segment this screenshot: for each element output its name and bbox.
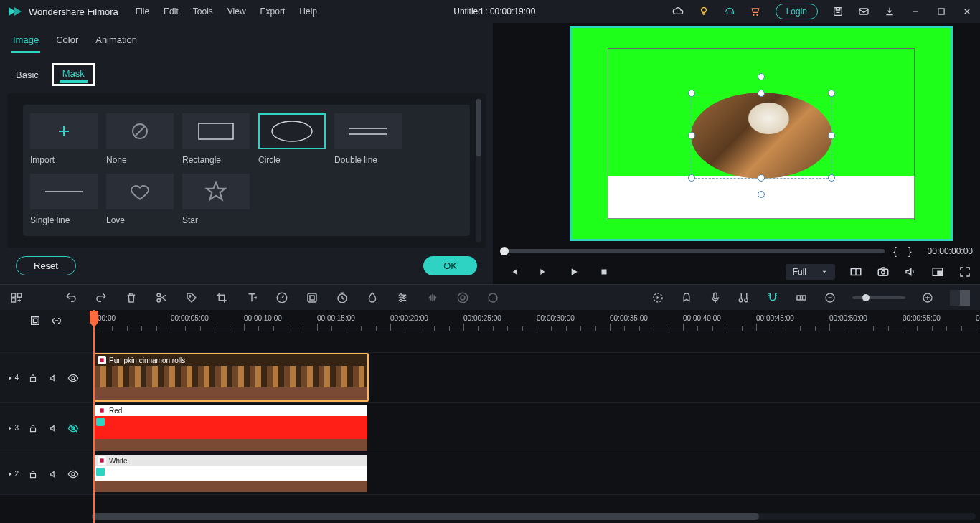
track-video-icon[interactable]: 3 — [7, 423, 19, 434]
resize-handle[interactable] — [688, 174, 695, 182]
zoom-in-icon[interactable] — [921, 291, 934, 304]
motion-icon[interactable] — [486, 291, 499, 304]
bottom-handle[interactable] — [758, 191, 765, 198]
cloud-icon[interactable] — [672, 6, 684, 17]
timeline-h-scrollbar-thumb[interactable] — [92, 513, 759, 520]
pip-icon[interactable] — [931, 265, 944, 278]
next-frame-icon[interactable] — [537, 265, 550, 278]
audio-mixer-icon[interactable] — [738, 291, 750, 304]
visibility-off-icon[interactable] — [67, 423, 79, 434]
preview-frame[interactable] — [570, 26, 953, 241]
zoom-out-icon[interactable] — [824, 291, 837, 304]
duration-icon[interactable] — [336, 291, 349, 304]
headset-icon[interactable] — [724, 6, 735, 17]
tab-image[interactable]: Image — [11, 32, 40, 53]
track-3-body[interactable]: Red — [92, 403, 980, 453]
resize-handle[interactable] — [828, 132, 835, 139]
mask-love[interactable]: Love — [106, 174, 174, 225]
magnet-icon[interactable] — [766, 291, 779, 304]
ok-button[interactable]: OK — [423, 256, 477, 275]
link-tracks-icon[interactable] — [51, 315, 62, 326]
audio-icon[interactable] — [426, 291, 439, 304]
mark-out-icon[interactable]: } — [905, 245, 915, 257]
seek-track[interactable] — [500, 249, 885, 253]
zoom-slider[interactable] — [852, 296, 905, 299]
lock-icon[interactable] — [27, 468, 39, 480]
crop-icon[interactable] — [215, 291, 228, 304]
delete-icon[interactable] — [125, 291, 138, 304]
menu-help[interactable]: Help — [299, 6, 317, 17]
subtab-mask[interactable]: Mask — [60, 67, 88, 83]
stop-icon[interactable] — [598, 265, 611, 278]
subtab-basic[interactable]: Basic — [13, 68, 42, 82]
voiceover-icon[interactable] — [709, 291, 722, 304]
menu-file[interactable]: File — [136, 6, 149, 17]
playhead-flag[interactable] — [89, 310, 99, 329]
menu-view[interactable]: View — [227, 6, 246, 17]
mask-star[interactable]: Star — [182, 174, 250, 225]
preview-canvas[interactable] — [545, 26, 977, 241]
resize-handle[interactable] — [688, 90, 695, 97]
preview-quality-dropdown[interactable]: Full — [786, 264, 835, 280]
playhead[interactable] — [93, 310, 95, 523]
track-video-icon[interactable]: 4 — [7, 372, 19, 384]
tag-icon[interactable] — [185, 291, 198, 304]
lightbulb-icon[interactable] — [698, 6, 710, 17]
keyframe-icon[interactable] — [456, 291, 469, 304]
mask-double-line[interactable]: Double line — [334, 113, 402, 165]
save-icon[interactable] — [832, 6, 844, 17]
clip-red[interactable]: Red — [93, 403, 369, 452]
mute-icon[interactable] — [47, 372, 59, 384]
seek-knob[interactable] — [500, 247, 509, 255]
tab-animation[interactable]: Animation — [94, 32, 138, 53]
mask-single-line[interactable]: Single line — [30, 174, 98, 225]
prev-frame-icon[interactable] — [507, 265, 520, 278]
download-icon[interactable] — [884, 6, 895, 17]
login-button[interactable]: Login — [776, 4, 818, 19]
resize-handle[interactable] — [828, 90, 835, 97]
track-2-body[interactable]: White — [92, 453, 980, 494]
visibility-icon[interactable] — [67, 372, 79, 384]
rotate-handle[interactable] — [758, 73, 765, 80]
mask-panel-scrollbar[interactable] — [476, 99, 481, 242]
mask-circle[interactable]: Circle — [258, 113, 326, 165]
tab-color[interactable]: Color — [55, 32, 80, 53]
resize-handle[interactable] — [828, 174, 835, 182]
add-track-icon[interactable] — [10, 291, 23, 304]
timeline-view-toggle[interactable] — [950, 290, 970, 306]
mark-in-icon[interactable]: { — [890, 245, 900, 257]
fullscreen-icon[interactable] — [958, 265, 971, 278]
track-video-icon[interactable]: 2 — [7, 468, 19, 480]
color-icon[interactable] — [306, 291, 319, 304]
lock-icon[interactable] — [27, 423, 39, 434]
clip-effect-chip[interactable] — [96, 468, 105, 476]
visibility-icon[interactable] — [67, 468, 79, 480]
resize-handle[interactable] — [688, 132, 695, 139]
play-icon[interactable] — [567, 265, 580, 278]
mask-rectangle[interactable]: Rectangle — [182, 113, 250, 165]
render-icon[interactable] — [651, 291, 664, 304]
zoom-slider-knob[interactable] — [862, 294, 870, 301]
timeline-ruler[interactable]: 00:0000:00:05:0000:00:10:0000:00:15:0000… — [92, 310, 980, 331]
redo-icon[interactable] — [95, 291, 108, 304]
greenscreen-icon[interactable] — [366, 291, 379, 304]
maximize-icon[interactable] — [936, 6, 947, 17]
reset-button[interactable]: Reset — [16, 256, 76, 275]
track-4-body[interactable]: Pumpkin cinnamon rolls — [92, 353, 980, 402]
close-icon[interactable] — [961, 6, 973, 17]
menu-tools[interactable]: Tools — [193, 6, 213, 17]
adjust-icon[interactable] — [396, 291, 409, 304]
marker-icon[interactable] — [680, 291, 693, 304]
auto-ripple-icon[interactable] — [29, 315, 41, 326]
compare-icon[interactable] — [849, 265, 862, 278]
speed-icon[interactable] — [275, 291, 288, 304]
clip-pumpkin[interactable]: Pumpkin cinnamon rolls — [93, 353, 369, 402]
text-icon[interactable] — [245, 291, 258, 304]
cart-icon[interactable] — [750, 6, 761, 17]
split-icon[interactable] — [155, 291, 168, 304]
volume-icon[interactable] — [904, 265, 917, 278]
mask-none[interactable]: None — [106, 113, 174, 165]
resize-handle[interactable] — [758, 90, 765, 97]
minimize-icon[interactable] — [910, 6, 921, 17]
undo-icon[interactable] — [65, 291, 77, 304]
